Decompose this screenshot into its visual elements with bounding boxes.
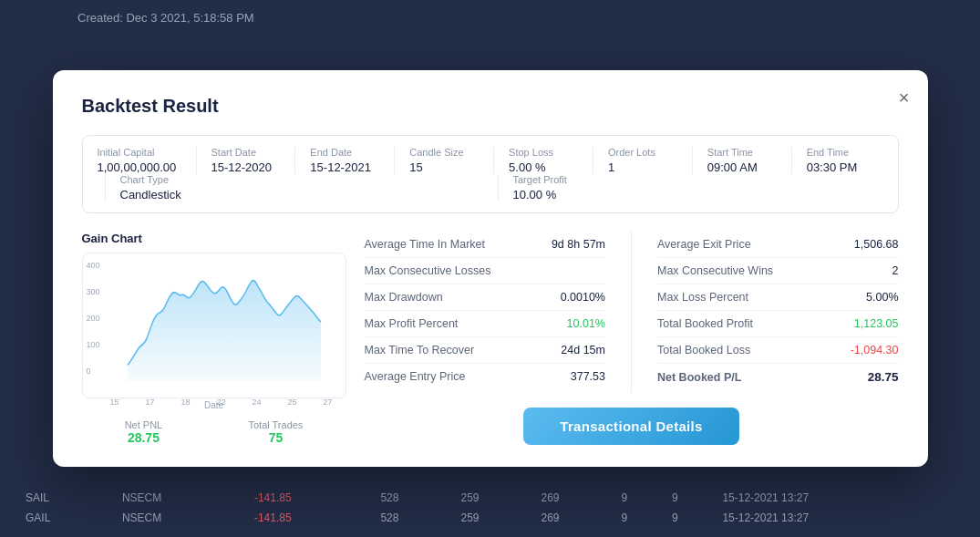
stat-row-max-loss-pct: Max Loss Percent 5.00% xyxy=(657,284,899,311)
target-profit-value: 10.00 % xyxy=(513,188,883,201)
close-button[interactable]: × xyxy=(899,88,910,107)
info-order-lots: Order Lots 1 xyxy=(593,147,685,174)
info-stop-loss: Stop Loss 5.00 % xyxy=(493,147,585,174)
total-trades-value: 75 xyxy=(248,430,303,445)
stat-row-avg-entry: Average Entry Price 377.53 xyxy=(365,364,606,389)
stat-row-max-drawdown: Max Drawdown 0.0010% xyxy=(365,284,606,311)
stat-row-avg-time: Average Time In Market 9d 8h 57m xyxy=(365,232,606,258)
initial-capital-label: Initial Capital xyxy=(98,147,189,158)
info-end-date: End Date 15-12-2021 xyxy=(294,147,387,174)
stats-and-button: Average Time In Market 9d 8h 57m Max Con… xyxy=(365,232,899,445)
initial-capital-value: 1,00,00,000.00 xyxy=(98,160,189,174)
info-chart-type: Chart Type Candlestick xyxy=(105,174,490,201)
info-candle-size: Candle Size 15 xyxy=(394,147,486,174)
end-date-label: End Date xyxy=(310,147,387,158)
chart-type-label: Chart Type xyxy=(120,174,490,185)
main-content: Gain Chart 400 300 200 100 0 xyxy=(82,232,899,445)
chart-svg xyxy=(92,263,336,392)
stats-divider xyxy=(631,232,632,393)
total-trades-label: Total Trades xyxy=(248,419,303,430)
info-initial-capital: Initial Capital 1,00,00,000.00 xyxy=(98,147,189,174)
candle-size-value: 15 xyxy=(409,160,486,174)
chart-title: Gain Chart xyxy=(82,232,346,245)
modal-title: Backtest Result xyxy=(82,96,899,117)
info-end-time: End Time 03:30 PM xyxy=(791,147,883,174)
start-time-value: 09:00 AM xyxy=(707,160,784,174)
chart-x-labels: 15 17 18 22 24 25 27 xyxy=(92,396,336,407)
stat-row-total-booked-profit: Total Booked Profit 1,123.05 xyxy=(657,311,899,337)
chart-y-labels: 400 300 200 100 0 xyxy=(87,261,100,376)
transactional-details-button[interactable]: Transactional Details xyxy=(523,408,738,445)
stat-row-net-booked-pl: Net Booked P/L 28.75 xyxy=(657,364,899,390)
stats-col-left: Average Time In Market 9d 8h 57m Max Con… xyxy=(365,232,606,393)
backtest-result-modal: × Backtest Result Initial Capital 1,00,0… xyxy=(53,70,928,467)
end-date-value: 15-12-2021 xyxy=(310,160,387,174)
info-start-date: Start Date 15-12-2020 xyxy=(196,147,288,174)
chart-stats: Net PNL 28.75 Total Trades 75 xyxy=(82,419,346,445)
stat-row-max-consec-losses: Max Consecutive Losses xyxy=(365,258,606,284)
info-grid: Initial Capital 1,00,00,000.00 Start Dat… xyxy=(82,135,899,213)
order-lots-label: Order Lots xyxy=(608,147,685,158)
start-date-value: 15-12-2020 xyxy=(211,160,288,174)
stats-two-col: Average Time In Market 9d 8h 57m Max Con… xyxy=(365,232,899,393)
info-target-profit: Target Profit 10.00 % xyxy=(498,174,883,201)
stop-loss-value: 5.00 % xyxy=(509,160,585,174)
stats-col-right: Average Exit Price 1,506.68 Max Consecut… xyxy=(657,232,899,393)
modal-backdrop: × Backtest Result Initial Capital 1,00,0… xyxy=(0,0,980,537)
net-pnl-value: 28.75 xyxy=(125,430,163,445)
start-time-label: Start Time xyxy=(707,147,784,158)
start-date-label: Start Date xyxy=(211,147,288,158)
order-lots-value: 1 xyxy=(608,160,685,174)
stat-row-total-booked-loss: Total Booked Loss -1,094.30 xyxy=(657,337,899,364)
stat-row-max-consec-wins: Max Consecutive Wins 2 xyxy=(657,258,899,284)
stat-row-max-recover: Max Time To Recover 24d 15m xyxy=(365,337,606,364)
net-pnl-label: Net PNL xyxy=(125,419,163,430)
stat-row-avg-exit: Average Exit Price 1,506.68 xyxy=(657,232,899,258)
net-pnl-stat: Net PNL 28.75 xyxy=(125,419,163,445)
chart-type-value: Candlestick xyxy=(120,188,490,201)
bottom-btn-area: Transactional Details xyxy=(365,393,899,445)
stop-loss-label: Stop Loss xyxy=(509,147,585,158)
total-trades-stat: Total Trades 75 xyxy=(248,419,303,445)
gain-chart: 400 300 200 100 0 xyxy=(82,253,346,398)
target-profit-label: Target Profit xyxy=(513,174,883,185)
stat-row-max-profit-pct: Max Profit Percent 10.01% xyxy=(365,311,606,337)
info-start-time: Start Time 09:00 AM xyxy=(692,147,784,174)
end-time-value: 03:30 PM xyxy=(807,160,883,174)
candle-size-label: Candle Size xyxy=(409,147,486,158)
chart-section: Gain Chart 400 300 200 100 0 xyxy=(82,232,346,445)
end-time-label: End Time xyxy=(807,147,883,158)
